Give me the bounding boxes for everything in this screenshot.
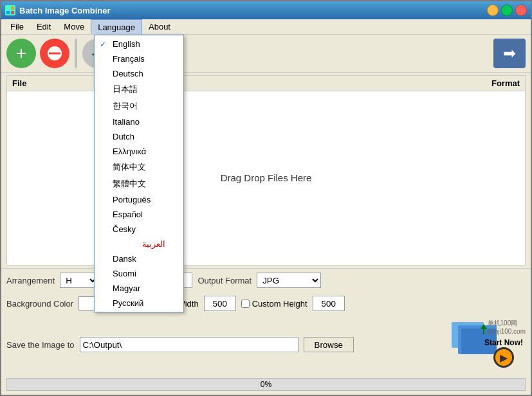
save-label: Save the Image to — [6, 340, 75, 350]
play-icon: ▶ — [500, 352, 508, 364]
lang-dansk[interactable]: Dansk — [95, 251, 183, 266]
menu-move[interactable]: Move — [57, 19, 91, 34]
title-bar: Batch Image Combiner — [1, 1, 531, 19]
arrangement-label: Arrangement — [6, 276, 55, 285]
lang-espanol[interactable]: Español — [95, 207, 183, 222]
lang-francais[interactable]: Français — [95, 51, 183, 66]
menu-edit[interactable]: Edit — [30, 19, 57, 34]
lang-dutch[interactable]: Dutch — [95, 129, 183, 144]
lang-cesky[interactable]: Česky — [95, 222, 183, 237]
progress-row: 0% — [1, 374, 531, 395]
svg-rect-3 — [11, 11, 14, 14]
menu-language[interactable]: Language — [91, 19, 142, 34]
output-format-select[interactable]: JPG PNG BMP GIF TIFF — [257, 273, 321, 288]
col-file-header: File — [7, 76, 473, 91]
custom-height-input[interactable] — [313, 296, 345, 311]
start-now-button[interactable]: ▶ — [493, 347, 514, 368]
progress-bar: 0% — [6, 378, 526, 391]
maximize-button[interactable] — [501, 4, 513, 16]
svg-rect-0 — [6, 6, 10, 10]
toolbar-separator-1 — [75, 39, 77, 68]
menu-bar: File Edit Move Language About English Fr… — [1, 19, 531, 35]
add-button[interactable]: + — [6, 39, 36, 68]
lang-italiano[interactable]: Italiano — [95, 114, 183, 129]
menu-file[interactable]: File — [4, 19, 30, 34]
lang-japanese[interactable]: 日本語 — [95, 81, 183, 98]
arrangement-select[interactable]: H V — [60, 273, 98, 288]
save-path-input[interactable] — [80, 337, 298, 352]
lang-deutsch[interactable]: Deutsch — [95, 66, 183, 81]
no-icon — [46, 44, 64, 62]
custom-width-input[interactable] — [204, 296, 236, 311]
svg-rect-1 — [11, 6, 14, 10]
language-dropdown: English Français Deutsch 日本語 한국어 Italian… — [94, 35, 184, 312]
title-bar-left: Batch Image Combiner — [5, 5, 111, 15]
window-title: Batch Image Combiner — [19, 6, 111, 15]
progress-text: 0% — [261, 380, 271, 389]
lang-simplified-chinese[interactable]: 简体中文 — [95, 159, 183, 176]
app-icon — [5, 5, 15, 15]
lang-traditional-chinese[interactable]: 繁體中文 — [95, 176, 183, 192]
col-format-header: Format — [473, 76, 525, 91]
file-table-header: File Format — [7, 76, 525, 91]
browse-button[interactable]: Browse — [304, 337, 354, 352]
close-button[interactable] — [515, 4, 527, 16]
lang-magyar[interactable]: Magyar — [95, 281, 183, 296]
save-row: Save the Image to Browse Start Now! ▶ — [1, 315, 531, 374]
menu-about[interactable]: About — [142, 19, 177, 34]
output-format-label: Output Format — [197, 276, 252, 285]
start-now-area[interactable]: Start Now! ▶ — [484, 338, 523, 368]
arrow-right-icon: ➡ — [503, 44, 516, 62]
svg-rect-16 — [483, 329, 484, 334]
start-panel: Start Now! ▶ 单机100网 danji100.com — [410, 319, 526, 370]
file-table[interactable]: File Format Drag Drop Files Here — [6, 75, 526, 266]
toolbar: + ◀ — [1, 35, 531, 73]
file-table-body: Drag Drop Files Here — [7, 91, 525, 264]
custom-height-checkbox[interactable] — [241, 300, 250, 308]
minimize-button[interactable] — [487, 4, 499, 16]
color-row: Background Color Custom Width Custom Hei… — [1, 292, 531, 315]
lang-suomi[interactable]: Suomi — [95, 266, 183, 281]
main-window: Batch Image Combiner File Edit Move Lang… — [0, 0, 532, 396]
custom-height-checkbox-label[interactable]: Custom Height — [241, 299, 307, 309]
drop-text: Drag Drop Files Here — [221, 172, 312, 183]
start-now-label: Start Now! — [484, 338, 523, 347]
next-button[interactable]: ➡ — [493, 39, 526, 68]
custom-height-label: Custom Height — [252, 299, 307, 309]
lang-korean[interactable]: 한국어 — [95, 98, 183, 114]
svg-rect-2 — [6, 11, 10, 14]
lang-greek[interactable]: Ελληνικά — [95, 144, 183, 159]
lang-arabic[interactable]: العربية — [95, 237, 183, 251]
title-buttons — [487, 4, 527, 16]
lang-english[interactable]: English — [95, 37, 183, 51]
watermark: 单机100网 danji100.com — [488, 319, 526, 335]
lang-portuguese[interactable]: Português — [95, 192, 183, 207]
remove-button[interactable] — [40, 39, 69, 68]
lang-russian[interactable]: Русский — [95, 296, 183, 310]
background-color-label: Background Color — [6, 299, 73, 309]
controls-row: Arrangement H V ages per Row Output Form… — [1, 268, 531, 292]
